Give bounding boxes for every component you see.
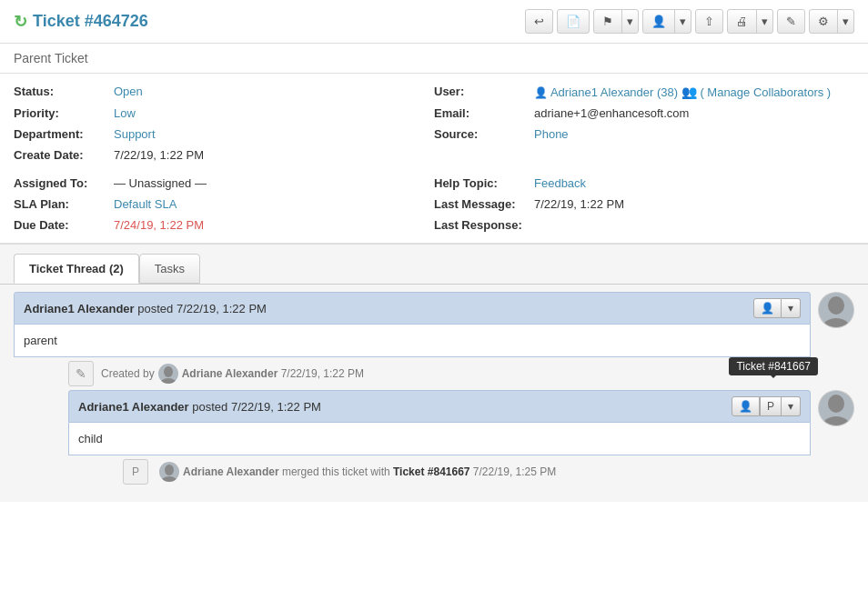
source-value: Phone (534, 127, 569, 141)
thread-body-1: parent (14, 325, 811, 357)
nested-thread: Adriane1 Alexander posted 7/22/19, 1:22 … (68, 390, 854, 455)
assign-button[interactable]: 👤 (643, 10, 674, 33)
help-topic-link[interactable]: Feedback (534, 176, 586, 190)
ticket-number: Ticket #464726 (33, 12, 148, 31)
document-button[interactable]: 📄 (557, 9, 590, 34)
thread-timestamp-1: 7/22/19, 1:22 PM (177, 302, 267, 315)
thread-body-text-2: child (78, 432, 103, 445)
create-date-value: 7/22/19, 1:22 PM (114, 148, 204, 162)
department-link[interactable]: Support (114, 127, 156, 141)
ticket-title: ↻ Ticket #464726 (14, 12, 148, 32)
thread-user-btn-1[interactable]: 👤 (753, 298, 782, 318)
priority-label: Priority: (14, 106, 114, 120)
assigned-to-label: Assigned To: (14, 176, 114, 190)
thread-header-1: Adriane1 Alexander posted 7/22/19, 1:22 … (14, 292, 811, 325)
print-button[interactable]: 🖨 (728, 10, 756, 33)
priority-value: Low (114, 106, 136, 120)
tooltip-badge-1: Ticket #841667 (729, 357, 818, 375)
help-topic-label: Help Topic: (434, 176, 534, 190)
thread-btn-group-2: 👤 P ▾ (732, 396, 801, 416)
svg-point-1 (822, 318, 851, 327)
create-date-label: Create Date: (14, 148, 114, 162)
due-date-value: 7/24/19, 1:22 PM (114, 218, 204, 232)
status-label: Status: (14, 85, 114, 99)
user-icon: 👤 (534, 86, 548, 99)
merge-icon: P (132, 465, 139, 478)
thread-author-2: Adriane1 Alexander (78, 400, 189, 414)
meta-author-2: Adriane Alexander (183, 465, 279, 478)
share-button[interactable]: ⇧ (695, 9, 723, 34)
thread-entry-1: Adriane1 Alexander posted 7/22/19, 1:22 … (14, 292, 854, 357)
flag-button[interactable]: ⚑ (594, 10, 621, 33)
thread-body-2: child (68, 423, 811, 455)
user-value: 👤 Adriane1 Alexander (38) 👥 ( Manage Col… (534, 85, 831, 99)
pencil-icon: ✎ (76, 366, 86, 381)
status-link[interactable]: Open (114, 85, 143, 98)
gear-button[interactable]: ⚙ (810, 10, 837, 33)
back-button[interactable]: ↩ (525, 9, 553, 34)
meta-user-icon-1 (158, 364, 178, 384)
source-link[interactable]: Phone (534, 127, 569, 141)
edit-button[interactable]: ✎ (777, 9, 805, 34)
meta-line-2: P Adriane Alexander merged this ticket w… (123, 459, 854, 485)
priority-link[interactable]: Low (114, 106, 136, 120)
sla-link[interactable]: Default SLA (114, 197, 177, 211)
thread-entry-2: Adriane1 Alexander posted 7/22/19, 1:22 … (68, 390, 854, 455)
parent-ticket-label: Parent Ticket (0, 44, 868, 73)
meta-ticket-ref: Ticket #841667 (393, 465, 470, 478)
refresh-icon: ↻ (14, 12, 27, 32)
document-icon: 📄 (566, 15, 580, 28)
svg-point-0 (828, 296, 844, 315)
thread-caret-btn-2[interactable]: ▾ (782, 396, 801, 416)
ticket-header: ↻ Ticket #464726 ↩ 📄 ⚑ ▾ 👤 ▾ ⇧ 🖨 ▾ ✎ (0, 0, 868, 44)
print-button-group: 🖨 ▾ (727, 9, 773, 34)
assign-button-group: 👤 ▾ (642, 9, 691, 34)
tab-thread[interactable]: Ticket Thread (2) (14, 254, 139, 284)
tab-tasks[interactable]: Tasks (139, 254, 200, 284)
sla-value: Default SLA (114, 197, 177, 211)
print-dropdown[interactable]: ▾ (756, 10, 772, 33)
last-message-value: 7/22/19, 1:22 PM (534, 197, 624, 211)
svg-point-6 (165, 465, 174, 475)
department-label: Department: (14, 127, 114, 141)
email-label: Email: (434, 106, 534, 120)
flag-button-group: ⚑ ▾ (593, 9, 639, 34)
assign-dropdown[interactable]: ▾ (674, 10, 691, 33)
due-date-link[interactable]: 7/24/19, 1:22 PM (114, 218, 204, 232)
source-label: Source: (434, 127, 534, 141)
meta-author-1: Adriane Alexander (182, 367, 278, 380)
meta-merged-text: merged this ticket with (282, 465, 390, 478)
thread-content-1: Adriane1 Alexander posted 7/22/19, 1:22 … (14, 292, 811, 357)
tabs-area: Ticket Thread (2) Tasks (0, 244, 868, 284)
collaborator-icon: 👥 (681, 85, 697, 99)
user-link[interactable]: Adriane1 Alexander (550, 85, 653, 99)
thread-author-1: Adriane1 Alexander (24, 302, 135, 315)
thread-body-text-1: parent (24, 334, 57, 347)
thread-area: Adriane1 Alexander posted 7/22/19, 1:22 … (0, 284, 868, 502)
thread-avatar-2 (818, 390, 854, 426)
thread-caret-btn-1[interactable]: ▾ (782, 298, 801, 318)
status-value: Open (114, 85, 143, 99)
toolbar: ↩ 📄 ⚑ ▾ 👤 ▾ ⇧ 🖨 ▾ ✎ ⚙ ▾ (525, 9, 854, 34)
meta-line-1: ✎ Created by Adriane Alexander 7/22/19, … (68, 361, 854, 386)
flag-dropdown[interactable]: ▾ (621, 10, 638, 33)
svg-point-3 (160, 378, 177, 384)
user-label: User: (434, 85, 534, 99)
thread-avatar-1 (818, 292, 854, 328)
svg-point-2 (164, 366, 173, 377)
user-count: (38) (657, 85, 678, 99)
gear-button-group: ⚙ ▾ (809, 9, 854, 34)
gear-dropdown[interactable]: ▾ (837, 10, 853, 33)
thread-timestamp-2: 7/22/19, 1:22 PM (231, 400, 321, 414)
info-grid: Status: Open User: 👤 Adriane1 Alexander … (0, 73, 868, 244)
manage-collab-link[interactable]: ( Manage Collaborators ) (700, 85, 831, 99)
meta-icon-2: P (123, 459, 148, 485)
due-date-label: Due Date: (14, 218, 114, 232)
meta-merge-timestamp: 7/22/19, 1:25 PM (473, 465, 556, 478)
last-message-label: Last Message: (434, 197, 534, 211)
help-topic-value: Feedback (534, 176, 586, 190)
thread-user-btn-2[interactable]: 👤 (732, 396, 760, 416)
svg-point-4 (828, 395, 844, 413)
thread-p-btn-2[interactable]: P (760, 396, 782, 416)
thread-header-left-1: Adriane1 Alexander posted 7/22/19, 1:22 … (24, 302, 267, 315)
